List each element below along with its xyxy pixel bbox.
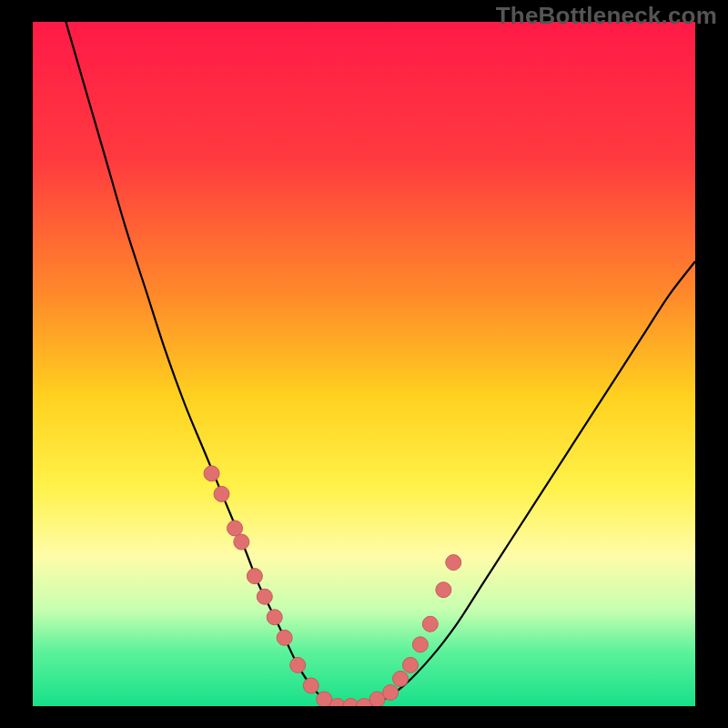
watermark-text: TheBottleneck.com bbox=[496, 2, 717, 30]
plot-area bbox=[33, 22, 695, 706]
curve-marker bbox=[303, 678, 318, 693]
curve-marker bbox=[204, 466, 219, 481]
curve-marker bbox=[383, 684, 399, 700]
chart-frame: TheBottleneck.com bbox=[0, 0, 728, 728]
curve-marker bbox=[277, 630, 292, 645]
curve-marker bbox=[436, 582, 451, 598]
curve-marker bbox=[402, 657, 418, 672]
gradient-background bbox=[33, 22, 695, 706]
curve-marker bbox=[412, 637, 428, 652]
curve-marker bbox=[257, 589, 272, 604]
chart-svg bbox=[33, 22, 695, 706]
curve-marker bbox=[393, 671, 409, 686]
curve-marker bbox=[446, 555, 461, 571]
curve-marker bbox=[290, 657, 306, 672]
curve-marker bbox=[267, 610, 282, 625]
curve-marker bbox=[234, 534, 249, 550]
curve-marker bbox=[422, 616, 438, 632]
curve-marker bbox=[247, 569, 262, 584]
curve-marker bbox=[214, 486, 229, 501]
curve-marker bbox=[228, 521, 243, 536]
